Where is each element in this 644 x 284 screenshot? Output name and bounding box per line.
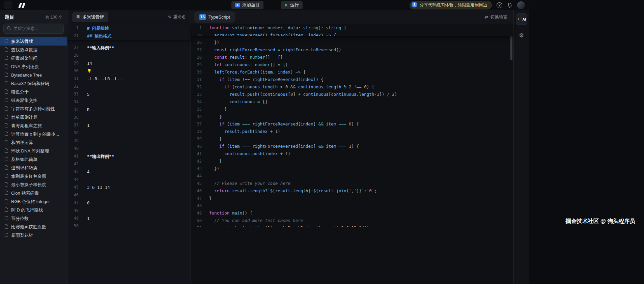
- ai-assistant-button[interactable]: ✦ ✦ AI: [516, 13, 527, 25]
- line-number: 50: [67, 222, 83, 230]
- markdown-line: 39.: [67, 137, 191, 145]
- sidebar-item-label: DNA 序列还原: [11, 64, 39, 70]
- markdown-line: 32: [67, 83, 191, 90]
- markdown-line-text: [83, 52, 87, 59]
- line-number: 30: [191, 68, 209, 76]
- sidebar-item[interactable]: 病毒感染时间: [0, 54, 67, 62]
- line-number: 34: [67, 98, 83, 106]
- line-number: 1: [67, 24, 83, 32]
- sidebar-item-label: 猫鱼分干: [11, 89, 29, 95]
- switch-language-button[interactable]: ⇄ 切换语言: [485, 14, 507, 20]
- language-tab[interactable]: TS TypeScript: [194, 11, 235, 23]
- code-panel: TS TypeScript ⇄ 切换语言 1function solution(…: [191, 10, 513, 284]
- user-avatar[interactable]: [517, 1, 525, 9]
- sidebar-item[interactable]: 环状 DNA 序列整理: [0, 147, 67, 155]
- document-icon: [4, 140, 8, 145]
- code-line: 46 return result.length?`${result.length…: [191, 187, 513, 195]
- sidebar-item-label: 比赛最高获胜次数: [11, 224, 46, 230]
- sidebar-item[interactable]: 百分位数: [0, 214, 67, 223]
- line-number: 38: [191, 128, 209, 135]
- sidebar-item[interactable]: 查找热点数据: [0, 46, 67, 54]
- sparkle-icon: ✦: [517, 18, 520, 21]
- sidebar-item-label: 拿到最多红包金额: [11, 173, 46, 179]
- markdown-line-text: 14: [83, 59, 92, 67]
- sidebar-item[interactable]: 及格如此简单: [0, 155, 67, 164]
- line-number: 49: [191, 209, 209, 217]
- sidebar-item[interactable]: 计算位置 x 到 y 的最少...: [0, 130, 67, 138]
- sidebar-item[interactable]: 和的逆运算: [0, 138, 67, 147]
- add-problem-button[interactable]: + 添加题目: [231, 1, 263, 9]
- sidebar: 题目 共 100 个 关键字搜索... 多米诺骨牌查找热点数据病毒感染时间DNA…: [0, 10, 67, 284]
- code-line-text: if (item === rightForceReversed[index] &…: [209, 143, 359, 150]
- code-line: 33 result.push((continuous[0] + continuo…: [191, 91, 513, 98]
- sidebar-item[interactable]: 简单四则计算: [0, 113, 67, 121]
- markdown-editor[interactable]: 27**输入样例**28291430💡31.L.R...LR..L..32335…: [67, 40, 191, 230]
- code-line-text: if (item === rightForceReversed[index] &…: [209, 120, 359, 128]
- typescript-icon: TS: [199, 14, 206, 20]
- sidebar-item[interactable]: 进制求和转换: [0, 164, 67, 172]
- sidebar-item-label: 进制求和转换: [11, 165, 37, 171]
- markdown-line: 335: [67, 90, 191, 98]
- sidebar-item-label: RGB 色值转 Integer: [11, 199, 50, 205]
- markdown-line: 21## 输出格式: [67, 32, 191, 40]
- line-number: 44: [67, 176, 83, 183]
- code-line: 34 continuous = []: [191, 98, 513, 106]
- switch-arrows-icon: ⇄: [485, 15, 488, 20]
- markdown-line-text: .: [83, 137, 90, 145]
- sidebar-item[interactable]: 多米诺骨牌: [0, 37, 67, 46]
- line-number: 49: [67, 215, 83, 222]
- sidebar-item[interactable]: Cion 勒索病毒: [0, 189, 67, 197]
- code-line: 32 if (continuous.length > 0 && continuo…: [191, 83, 513, 91]
- code-line: 28 const result: number[] = []: [191, 54, 513, 61]
- sidebar-item-label: Base32 编码和解码: [11, 81, 49, 87]
- document-icon: [4, 98, 8, 103]
- sidebar-item[interactable]: Base32 编码和解码: [0, 79, 67, 88]
- tools-icon[interactable]: ⚙: [516, 30, 527, 41]
- rename-button[interactable]: ✎ 重命名: [168, 14, 186, 20]
- watermark: 掘金技术社区 @ 狗头程序员: [565, 218, 635, 225]
- sidebar-item[interactable]: 字符串有多少种可能性: [0, 105, 67, 113]
- code-line-text: }): [209, 165, 219, 172]
- markdown-line: 44: [67, 176, 191, 183]
- line-number: 46: [67, 191, 83, 199]
- markdown-line: 27**输入样例**: [67, 44, 191, 52]
- sidebar-item[interactable]: 暴雨梨花针: [0, 231, 67, 239]
- sidebar-item[interactable]: DNA 序列还原: [0, 62, 67, 71]
- markdown-line-text: [83, 222, 87, 230]
- sidebar-item[interactable]: 链表聚集交换: [0, 96, 67, 105]
- line-number: 30: [67, 67, 83, 75]
- sidebar-item[interactable]: 拿到最多红包金额: [0, 172, 67, 180]
- notifications-icon[interactable]: [507, 2, 512, 8]
- sidebar-item[interactable]: 青海湖租车之旅: [0, 121, 67, 130]
- sidebar-item[interactable]: RGB 色值转 Integer: [0, 197, 67, 206]
- markdown-line: 50: [67, 222, 191, 230]
- sidebar-item[interactable]: Bytedance Tree: [0, 71, 67, 79]
- document-icon: [4, 191, 8, 196]
- code-line: 37 if (item === rightForceReversed[index…: [191, 120, 513, 128]
- line-number: 38: [67, 129, 83, 137]
- sidebar-item-label: 和的逆运算: [11, 140, 33, 146]
- markdown-line: 1# 问题描述: [67, 24, 191, 32]
- search-placeholder: 关键字搜索...: [13, 26, 38, 32]
- promo-banner[interactable]: 分享代码练习体验，领限量定制周边: [410, 1, 492, 9]
- line-number: 40: [191, 143, 209, 150]
- code-line-text: result.push((continuous[0] + continuous[…: [209, 91, 397, 98]
- sidebar-item[interactable]: 比赛最高获胜次数: [0, 223, 67, 231]
- app-logo-icon[interactable]: [16, 1, 28, 9]
- run-button[interactable]: 运行: [281, 1, 303, 9]
- markdown-line-text: .L.R...LR..L..: [83, 75, 122, 83]
- sidebar-item[interactable]: 阿 D 的飞行路线: [0, 206, 67, 214]
- document-icon: [4, 224, 8, 230]
- code-editor[interactable]: 26 })27 const rightForceReversed = right…: [191, 36, 513, 227]
- search-input[interactable]: 关键字搜索...: [3, 24, 64, 34]
- code-line: 35 }: [191, 106, 513, 113]
- sidebar-item[interactable]: 猫鱼分干: [0, 88, 67, 96]
- sidebar-item[interactable]: 最小替换子串长度: [0, 180, 67, 189]
- code-line: 26 }): [191, 39, 513, 46]
- line-number: 36: [67, 114, 83, 121]
- play-icon: [285, 3, 288, 7]
- problem-title: 多米诺骨牌: [82, 14, 104, 20]
- code-line: 47}: [191, 195, 513, 202]
- help-icon[interactable]: ?: [497, 2, 502, 8]
- line-number: 1: [191, 24, 209, 32]
